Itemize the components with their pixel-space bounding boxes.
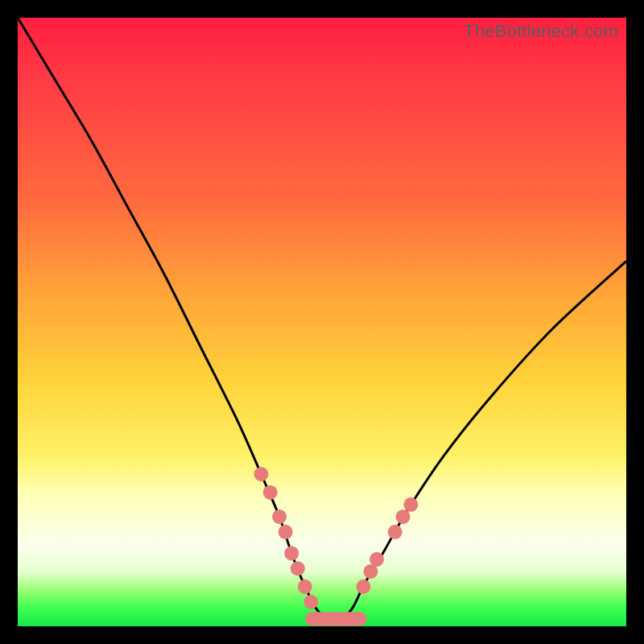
dots-layer [254,467,418,609]
curve-dot [272,510,287,524]
curve-dot [284,546,299,560]
curve-dot [388,525,402,539]
curve-dot [303,595,318,609]
curve-dot [263,485,278,500]
curve-dot [254,467,268,481]
flat-bar [305,612,366,625]
chart-svg [18,18,626,626]
curve-dot [369,552,384,567]
plot-area: TheBottleneck.com [18,18,626,626]
bottleneck-curve-path [18,18,626,621]
curve-dot [396,510,411,524]
curve-dot [291,561,305,576]
curve-layer [18,18,626,621]
curve-dot [403,497,418,512]
flat-bar-layer [305,612,366,625]
curve-dot [279,525,293,539]
curve-dot [298,580,312,594]
outer-black-frame: TheBottleneck.com [0,0,644,644]
curve-dot [356,580,370,594]
